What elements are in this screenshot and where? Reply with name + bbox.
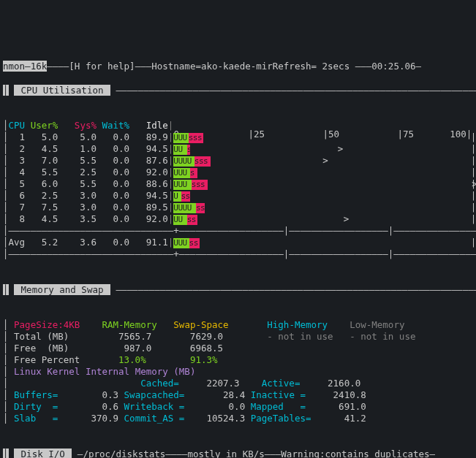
memory-block: │ PageSize:4KB RAM-Memory Swap-Space Hig…	[3, 319, 473, 424]
header-line: nmon—16k————[H for help]———Hostname=ako-…	[3, 61, 473, 72]
cpu-row: │ 4 5.5 2.5 0.0 92.0|UUUs|	[3, 167, 473, 178]
disk-section-header: │ Disk I/O —/proc/diskstats————mostly in…	[3, 449, 473, 459]
cpu-row: │ 6 2.5 3.0 0.0 94.5|Uss|	[3, 190, 473, 202]
cpu-row: │ 2 4.5 1.0 0.0 94.5|UUs>|	[3, 143, 473, 155]
cpu-row: │ 3 7.0 5.5 0.0 87.6|UUUUsss>|	[3, 155, 473, 167]
cpu-row: │ 8 4.5 3.5 0.0 92.0|UUss>|	[3, 213, 473, 225]
cpu-table: │CPU User% Sys% Wait% Idle|0|25|50|75100…	[3, 120, 473, 260]
cpu-row: │ 1 5.0 5.0 0.0 89.9|UUUsss|	[3, 131, 473, 143]
cpu-row: │Avg 5.2 3.6 0.0 91.1|UUUss|	[3, 237, 473, 248]
cpu-row: │ 7 7.5 3.0 0.0 89.5|UUUUss|	[3, 202, 473, 213]
mem-section-header: │ Memory and Swap ——————————————————————…	[3, 284, 473, 296]
cpu-row: │ 5 6.0 5.5 0.0 88.6|UUUsss>|	[3, 178, 473, 190]
cpu-section-header: │ CPU Utilisation ——————————————————————…	[3, 85, 473, 96]
